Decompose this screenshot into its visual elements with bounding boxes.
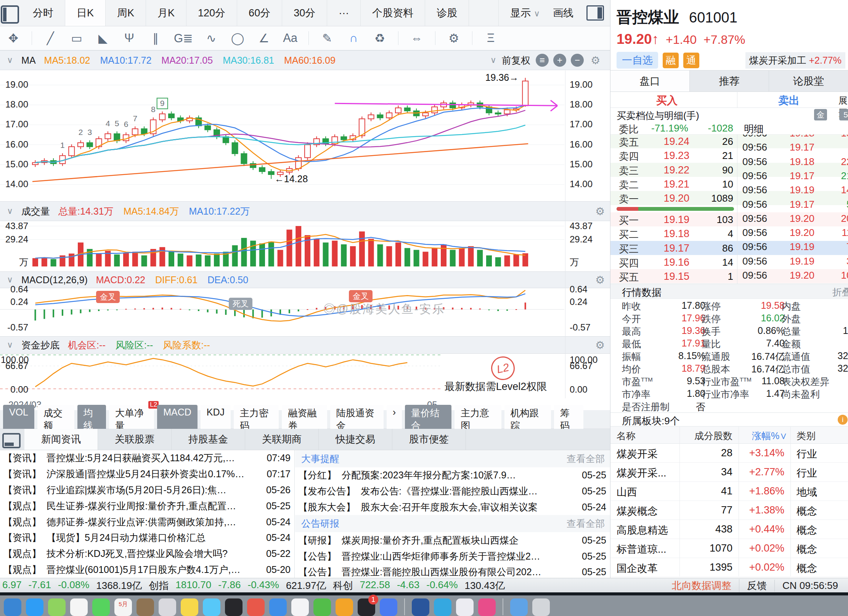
macd-chart[interactable] (0, 289, 610, 336)
tab-周K[interactable]: 周K (106, 0, 146, 26)
feedback-link[interactable]: 反馈 (739, 579, 774, 592)
connect-badge[interactable]: 通 (683, 53, 699, 68)
news-item[interactable]: 【公告】晋控煤业:晋能控股山西煤业股份有限公司202…05-25 (295, 564, 610, 578)
tab-60分[interactable]: 60分 (237, 0, 282, 26)
trade-detail-row[interactable]: 09:5619.178 (738, 140, 848, 154)
fan-tool-icon[interactable]: ◣ (95, 31, 111, 45)
trash-tool-icon[interactable]: ♻ (372, 31, 388, 45)
pitchfork-tool-icon[interactable]: Ψ (121, 31, 137, 45)
tab-月K[interactable]: 月K (146, 0, 186, 26)
magnet-tool-icon[interactable]: ∩ (345, 31, 361, 45)
news-item[interactable]: 【资讯】晋控煤业:5月24日获融资买入1184.42万元,…07:49 (0, 450, 294, 466)
sector-row-高股息精选[interactable]: 高股息精选438+0.44%概念 (610, 520, 848, 539)
drawline-button[interactable]: 画线 (553, 6, 573, 20)
dock-app-contacts[interactable] (137, 598, 154, 616)
news-item[interactable]: 【研报】煤炭周报:量价齐升,重点配置板块山西煤企05-25 (295, 532, 610, 548)
dock-app-maps[interactable] (48, 598, 66, 616)
view-all-link[interactable]: 查看全部 (567, 452, 605, 465)
dock-app-word[interactable] (412, 598, 429, 616)
dock-app-pink-app[interactable] (478, 598, 496, 616)
trade-detail-row[interactable]: 09:5619.20108 (738, 268, 848, 282)
news-item[interactable]: 【资讯】【现货】5月24日动力煤港口价格汇总05-24 (0, 530, 294, 546)
kline-chart[interactable]: 12345678919.36→←14.28 (0, 71, 610, 201)
dock-app-mail[interactable] (26, 598, 43, 616)
trade-detail-row[interactable]: 09:5619.1970 (738, 239, 848, 253)
tab-分时[interactable]: 分时 (21, 0, 65, 26)
news-item[interactable]: 【观点】晋控煤业(601001)5月17日股东户数4.1万户,…05-20 (0, 562, 294, 578)
dock-app-facetime[interactable] (203, 598, 220, 616)
news-tab-关联期商[interactable]: 关联期商 (245, 429, 319, 450)
rect-tool-icon[interactable]: ▭ (69, 31, 85, 45)
trendline-tool-icon[interactable]: ╱ (42, 31, 58, 45)
panel-tab-盘口[interactable]: 盘口 (610, 71, 690, 91)
panel-tab-论股堂[interactable]: 论股堂 (769, 71, 848, 91)
dock-app-k-app[interactable] (380, 598, 397, 616)
collapse-icon[interactable]: ∨ (7, 206, 13, 216)
news-item[interactable]: 【发布公告】发布公告:《晋控煤业:晋能控股山西煤业…05-25 (295, 483, 610, 499)
trade-detail-row[interactable]: 09:5619.18226 (738, 154, 848, 168)
tab-···[interactable]: ··· (327, 0, 361, 26)
dock-app-calendar[interactable]: 5月 (114, 598, 132, 616)
news-item[interactable]: 【资讯】沪深股通|晋控煤业5月24日获外资卖出0.17%…07:17 (0, 466, 294, 482)
adjust-button[interactable]: ≡ (536, 54, 549, 67)
gold-badge[interactable]: 金 (814, 109, 827, 120)
dock-app-telegram[interactable] (434, 598, 451, 616)
news-tab-新闻资讯[interactable]: 新闻资讯 (24, 429, 98, 450)
sector-row-煤炭开采[interactable]: 煤炭开采28+3.14%行业 (610, 443, 848, 463)
watchlist-button[interactable]: 一自选 (617, 52, 658, 69)
sector-row-国企改革[interactable]: 国企改革1395+0.02%概念 (610, 558, 848, 577)
ellipse-tool-icon[interactable]: ◯ (230, 31, 246, 45)
gann-tool-icon[interactable]: G≣ (174, 31, 193, 45)
dock-app-system-settings[interactable] (159, 598, 176, 616)
angle-tool-icon[interactable]: ∠ (256, 31, 272, 45)
news-tab-股市便签[interactable]: 股市便签 (392, 429, 466, 450)
news-tab-持股基金[interactable]: 持股基金 (172, 429, 245, 450)
dock-app-downloads-folder[interactable] (510, 598, 528, 616)
col-pct[interactable]: 涨幅%∨ (752, 430, 787, 442)
trade-detail-row[interactable]: 09:5619.19145 (738, 183, 848, 197)
dock-app-messages[interactable] (92, 598, 110, 616)
news-tab-关联股票[interactable]: 关联股票 (98, 429, 172, 450)
fund-settings-icon[interactable]: ⚙ (595, 339, 605, 351)
sidebar-toggle-icon[interactable] (1, 5, 19, 24)
dock-app-terminal[interactable] (225, 598, 243, 616)
info-icon[interactable]: i (838, 415, 848, 425)
adjust-button[interactable]: + (553, 54, 566, 67)
dock-app-pages[interactable] (336, 598, 353, 616)
dock-app-finder[interactable] (4, 598, 21, 616)
split-tool-icon[interactable]: ⇔ (409, 31, 425, 45)
move-tool-icon[interactable]: ✥ (5, 31, 21, 45)
news-item[interactable]: 【资讯】行业追踪|煤炭市场(5月20日-5月26日):焦…05-26 (0, 482, 294, 498)
display-menu[interactable]: 显示∨ (510, 6, 540, 20)
tab-诊股[interactable]: 诊股 (425, 0, 469, 26)
text-tool-icon[interactable]: Aa (282, 31, 298, 45)
panel-toggle-icon[interactable] (2, 433, 21, 448)
news-tab-快捷交易[interactable]: 快捷交易 (319, 429, 392, 450)
fold-button[interactable]: 折叠 (832, 286, 848, 298)
right-panel-toggle-icon[interactable] (586, 5, 604, 21)
dock-app-onenote[interactable] (456, 598, 474, 616)
volume-settings-icon[interactable]: ⚙ (595, 205, 605, 218)
vlines-tool-icon[interactable]: ∥ (148, 31, 164, 45)
wave-tool-icon[interactable]: ∿ (203, 31, 219, 45)
trade-detail-row[interactable]: 09:5619.17216 (738, 168, 848, 183)
margin-badge[interactable]: 融 (663, 53, 679, 68)
dock-app-music[interactable]: 1 (358, 598, 375, 616)
buy-button[interactable]: 买入 (656, 93, 678, 108)
trade-detail-row[interactable]: 09:5619.20118 (738, 225, 848, 239)
dock-app-photos[interactable] (70, 598, 88, 616)
news-item[interactable]: 【观点】德邦证券-煤炭行业点评:供需两侧政策加持,…05-24 (0, 514, 294, 530)
news-item[interactable]: 【观点】技术分析:KDJ死叉,晋控煤业风险会增大吗?05-22 (0, 546, 294, 562)
tab-120分[interactable]: 120分 (186, 0, 237, 26)
news-item[interactable]: 【股东大会】股东大会:召开年度股东大会,审议相关议案05-24 (295, 499, 610, 515)
dock-app-keynote[interactable] (247, 598, 265, 616)
g- kline-settings-icon[interactable]: ⚙ (591, 54, 600, 67)
sector-row-山西[interactable]: 山西41+1.86%地域 (610, 481, 848, 501)
collapse-icon[interactable]: ∨ (7, 340, 13, 350)
dock-app-notes[interactable] (181, 598, 198, 616)
news-item[interactable]: 【公告】晋控煤业:山西华炬律师事务所关于晋控煤业2…05-25 (295, 548, 610, 564)
news-item[interactable]: 【观点】民生证券-煤炭行业周报:量价齐升,重点配置…05-25 (0, 498, 294, 514)
trade-detail-row[interactable]: 09:5619.20208 (738, 211, 848, 225)
sector-tag[interactable]: 煤炭开采加工 +2.77% (745, 52, 845, 69)
sector-row-标普道琼...[interactable]: 标普道琼...1070+0.02%概念 (610, 539, 848, 558)
